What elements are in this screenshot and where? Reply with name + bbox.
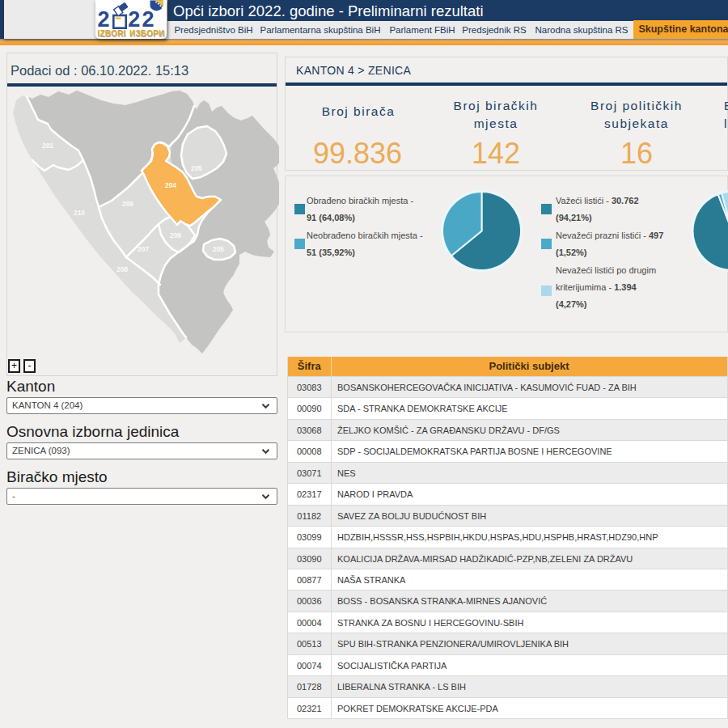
svg-text:205: 205 bbox=[191, 164, 202, 172]
svg-text:208: 208 bbox=[116, 265, 128, 273]
svg-text:201: 201 bbox=[42, 142, 53, 150]
svg-text:210: 210 bbox=[74, 209, 85, 217]
svg-text:206: 206 bbox=[122, 200, 133, 208]
svg-text:204: 204 bbox=[165, 181, 176, 189]
svg-text:205: 205 bbox=[213, 245, 224, 253]
svg-text:209: 209 bbox=[170, 231, 181, 239]
svg-text:207: 207 bbox=[138, 245, 149, 253]
